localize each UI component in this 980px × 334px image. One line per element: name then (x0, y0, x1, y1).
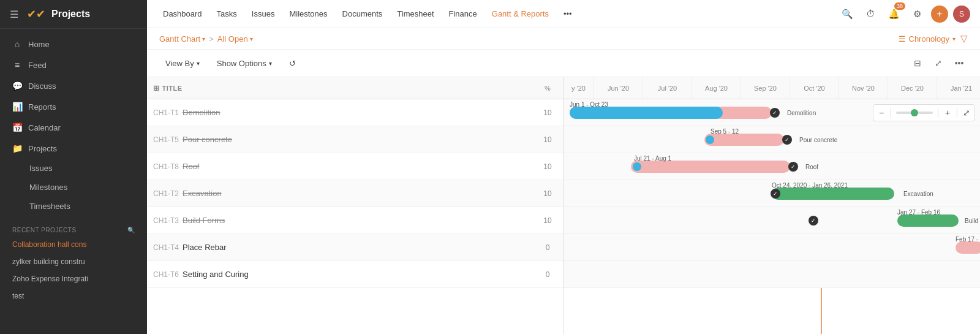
chronology-label: Chronology (909, 34, 950, 44)
sidebar-item-projects[interactable]: 📁 Projects (0, 138, 147, 159)
zoom-plus-button[interactable]: + (941, 106, 954, 120)
bar-label-pour: Pour concrete (799, 136, 837, 143)
chart-row-excavation: Oct 24, 2020 - Jan 26, 2021 ✓ Excavation (564, 180, 980, 207)
breadcrumb-all-open[interactable]: All Open ▾ (217, 34, 253, 44)
table-row[interactable]: CH1-T4 Place Rebar 0 (147, 234, 563, 261)
zoom-slider[interactable] (896, 112, 933, 114)
sidebar-header: ☰ ✔✔ Projects (0, 0, 147, 29)
gantt-left-panel: ⊞ TITLE % CH1-T1 Demolition 10 CH1-T5 Po… (147, 77, 564, 334)
search-icon[interactable]: 🔍 (838, 5, 856, 23)
bar-blue-demolition[interactable] (570, 107, 723, 119)
month-col: Jan '21 (937, 77, 980, 99)
sidebar-item-feed[interactable]: ≡ Feed (0, 55, 147, 75)
chart-row-setting-curing: Mar 1 - 7 ⊘ Setting and Curing (564, 261, 980, 288)
check-icon-demolition: ✓ (770, 108, 780, 118)
sidebar-item-label: Home (28, 40, 50, 49)
nav-timesheet[interactable]: Timesheet (391, 6, 440, 22)
project-item-1[interactable]: zylker building constru (0, 253, 147, 270)
nav-more[interactable]: ••• (557, 6, 578, 22)
table-row[interactable]: CH1-T1 Demolition 10 (147, 99, 563, 126)
table-row[interactable]: CH1-T6 Setting and Curing 0 (147, 261, 563, 288)
sidebar-item-home[interactable]: ⌂ Home (0, 34, 147, 55)
check-icon-build-forms: ✓ (809, 216, 818, 226)
bar-green-build-forms[interactable] (897, 214, 959, 227)
reset-icon: ↺ (289, 59, 296, 68)
chevron-down-icon: ▾ (952, 36, 956, 42)
task-id: CH1-T6 (153, 270, 179, 279)
bar-pink-pour[interactable] (704, 134, 784, 146)
table-row[interactable]: CH1-T5 Pour concrete 10 (147, 126, 563, 153)
nav-milestones[interactable]: Milestones (283, 6, 333, 22)
sub-nav-right: ☰ Chronology ▾ ▽ (899, 33, 968, 44)
zoom-divider (938, 108, 938, 118)
toolbar-right: ⊟ ⤢ ••• (909, 55, 968, 72)
sidebar-item-reports[interactable]: 📊 Reports (0, 96, 147, 117)
nav-finance[interactable]: Finance (443, 6, 483, 22)
zoom-expand-button[interactable]: ⤢ (960, 106, 973, 120)
task-name: Roof (183, 162, 538, 171)
add-button[interactable]: + (931, 6, 948, 23)
search-icon[interactable]: 🔍 (127, 227, 135, 233)
bar-green-excavation[interactable] (772, 188, 894, 200)
check-icon-excavation: ✓ (771, 189, 780, 199)
bar-label-roof: Roof (805, 163, 818, 170)
chart-row-build-forms: Jan 27 - Feb 16 ✓ Build Forms (564, 207, 980, 234)
bar-pink-place-rebar[interactable] (956, 241, 980, 254)
sidebar-sub-issues[interactable]: Issues (0, 159, 147, 178)
zoom-slider-thumb[interactable] (911, 109, 918, 116)
project-item-3[interactable]: test (0, 287, 147, 305)
nav-issues[interactable]: Issues (246, 6, 281, 22)
pct-column-header: % (538, 85, 557, 92)
zoom-controls: − + ⤢ (873, 104, 975, 121)
sidebar-item-calendar[interactable]: 📅 Calendar (0, 117, 147, 138)
chart-row-place-rebar: Feb 17 - 28 Place Rebar (564, 234, 980, 261)
expand-icon[interactable]: ⤢ (930, 55, 947, 72)
collapse-icon[interactable]: ⊟ (909, 55, 926, 72)
feed-icon: ≡ (12, 60, 22, 70)
task-pct: 0 (538, 243, 557, 252)
more-options-icon[interactable]: ••• (951, 55, 968, 72)
project-item-2[interactable]: Zoho Expense Integrati (0, 270, 147, 287)
reset-button[interactable]: ↺ (283, 56, 302, 71)
zoom-divider (957, 108, 957, 118)
projects-icon: 📁 (12, 143, 22, 153)
hamburger-icon[interactable]: ☰ (10, 9, 18, 20)
show-options-button[interactable]: Show Options ▾ (211, 56, 278, 71)
breadcrumb-gantt[interactable]: Gantt Chart ▾ (159, 34, 205, 44)
task-name: Pour concrete (183, 135, 538, 144)
filter-icon[interactable]: ▽ (960, 33, 968, 44)
month-col: Nov '20 (839, 77, 888, 99)
avatar[interactable]: S (953, 6, 970, 23)
table-row[interactable]: CH1-T8 Roof 10 (147, 153, 563, 180)
main-content: Dashboard Tasks Issues Milestones Docume… (147, 0, 980, 334)
discuss-icon: 💬 (12, 81, 22, 91)
gantt-chart-label: Gantt Chart (159, 34, 200, 44)
sidebar-sub-milestones[interactable]: Milestones (0, 178, 147, 197)
zoom-divider (891, 108, 891, 118)
sidebar-sub-timesheets[interactable]: Timesheets (0, 197, 147, 216)
sidebar-item-discuss[interactable]: 💬 Discuss (0, 75, 147, 96)
settings-icon[interactable]: ⚙ (908, 5, 926, 23)
nav-documents[interactable]: Documents (336, 6, 389, 22)
zoom-minus-button[interactable]: − (875, 106, 888, 120)
notification-icon[interactable]: 🔔 38 (884, 5, 903, 23)
timer-icon[interactable]: ⏱ (861, 5, 880, 23)
nav-dashboard[interactable]: Dashboard (157, 6, 208, 22)
table-row[interactable]: CH1-T3 Build Forms 10 (147, 207, 563, 234)
check-icon-roof: ✓ (788, 162, 798, 172)
bar-pink-roof[interactable] (631, 161, 790, 173)
nav-gantt-reports[interactable]: Gantt & Reports (486, 6, 555, 22)
task-id: CH1-T8 (153, 162, 179, 171)
table-row[interactable]: CH1-T2 Excavation 10 (147, 180, 563, 207)
bar-label-excavation: Excavation (903, 190, 933, 197)
view-by-button[interactable]: View By ▾ (159, 56, 206, 71)
month-col: Sep '20 (741, 77, 790, 99)
project-item-0[interactable]: Collaboration hall cons (0, 236, 147, 253)
month-col: Dec '20 (888, 77, 937, 99)
task-name: Place Rebar (183, 243, 538, 252)
sidebar-item-label: Discuss (28, 82, 56, 91)
task-id: CH1-T5 (153, 135, 179, 144)
gantt-chart-panel: y '20 Jun '20 Jul '20 Aug '20 Sep '20 Oc… (564, 77, 980, 334)
nav-tasks[interactable]: Tasks (211, 6, 243, 22)
chronology-button[interactable]: ☰ Chronology ▾ (899, 34, 956, 44)
